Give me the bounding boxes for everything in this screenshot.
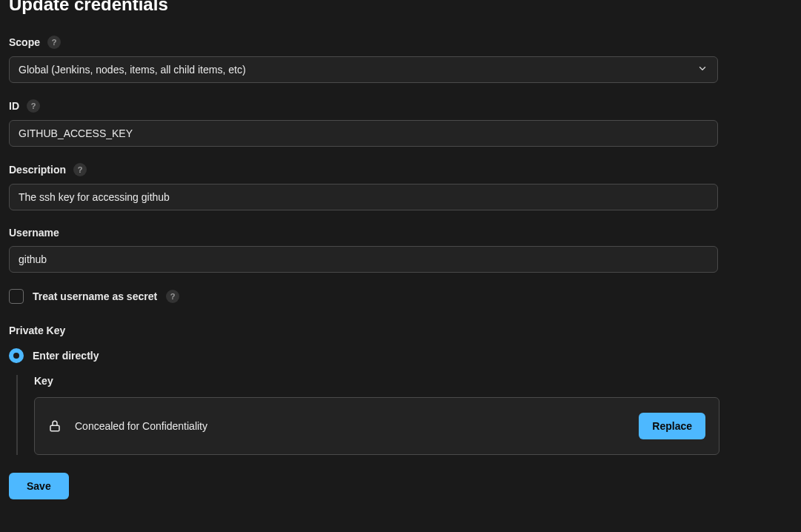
username-label: Username — [9, 227, 59, 239]
enter-directly-radio[interactable] — [9, 348, 24, 363]
page-title: Update credentials — [9, 0, 792, 15]
id-group: ID ? — [9, 99, 792, 147]
private-key-label: Private Key — [9, 325, 792, 336]
key-label: Key — [34, 375, 792, 387]
description-group: Description ? — [9, 163, 792, 210]
lock-icon — [48, 419, 62, 433]
help-icon[interactable]: ? — [73, 163, 87, 176]
id-label: ID — [9, 100, 19, 112]
key-subsection: Key Concealed for Confidentiality Replac… — [16, 375, 792, 455]
id-input[interactable] — [9, 120, 718, 147]
scope-group: Scope ? Global (Jenkins, nodes, items, a… — [9, 36, 792, 83]
scope-label: Scope — [9, 36, 40, 48]
treat-secret-row: Treat username as secret ? — [9, 289, 792, 304]
private-key-section: Private Key Enter directly Key Concealed… — [9, 325, 792, 455]
treat-secret-checkbox[interactable] — [9, 289, 24, 304]
enter-directly-row: Enter directly — [9, 348, 792, 363]
help-icon[interactable]: ? — [166, 290, 179, 303]
description-input[interactable] — [9, 184, 718, 210]
treat-secret-label: Treat username as secret — [33, 290, 157, 302]
description-label: Description — [9, 164, 66, 176]
replace-button[interactable]: Replace — [639, 413, 705, 439]
scope-select[interactable]: Global (Jenkins, nodes, items, all child… — [9, 56, 718, 83]
svg-rect-0 — [50, 425, 59, 431]
username-group: Username — [9, 227, 792, 273]
help-icon[interactable]: ? — [47, 36, 61, 49]
save-button[interactable]: Save — [9, 473, 69, 499]
help-icon[interactable]: ? — [27, 99, 40, 113]
concealed-text: Concealed for Confidentiality — [75, 420, 207, 432]
username-input[interactable] — [9, 246, 718, 273]
concealed-key-box: Concealed for Confidentiality Replace — [34, 397, 719, 455]
enter-directly-label: Enter directly — [33, 350, 99, 362]
